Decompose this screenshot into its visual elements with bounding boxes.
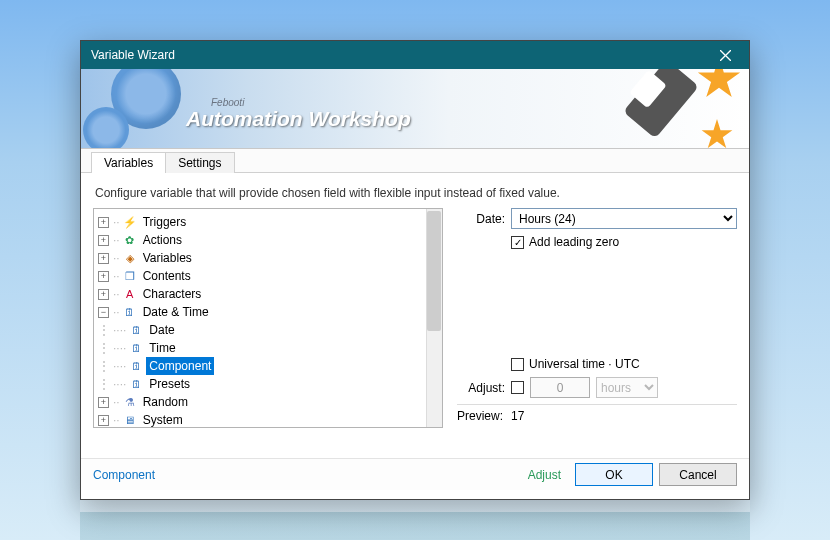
tree-item-date[interactable]: ⋮····🗓Date <box>96 321 440 339</box>
tab-variables[interactable]: Variables <box>91 152 166 173</box>
expand-icon[interactable]: + <box>98 235 109 246</box>
tree-item-system[interactable]: +··🖥System <box>96 411 440 427</box>
date-dropdown[interactable]: Hours (24) <box>511 208 737 229</box>
tree-item-triggers[interactable]: +··⚡Triggers <box>96 213 440 231</box>
tree-item-actions[interactable]: +··✿Actions <box>96 231 440 249</box>
calendar-icon: 🗓 <box>129 359 143 373</box>
close-icon <box>720 50 731 61</box>
calendar-icon: 🗓 <box>129 341 143 355</box>
expand-icon[interactable]: + <box>98 397 109 408</box>
utc-checkbox[interactable]: Universal time · UTC <box>511 357 737 371</box>
tree-item-presets[interactable]: ⋮····🗓Presets <box>96 375 440 393</box>
date-label: Date: <box>457 212 505 226</box>
adjust-checkbox[interactable] <box>511 381 524 394</box>
leading-zero-checkbox[interactable]: ✓ Add leading zero <box>511 235 737 249</box>
instruction-text: Configure variable that will provide cho… <box>95 186 735 200</box>
expand-icon[interactable]: + <box>98 253 109 264</box>
variable-tree[interactable]: +··⚡Triggers +··✿Actions +··◈Variables +… <box>94 209 442 427</box>
star-icon <box>701 119 733 149</box>
titlebar: Variable Wizard <box>81 41 749 69</box>
characters-icon: A <box>123 287 137 301</box>
flask-icon: ⚗ <box>123 395 137 409</box>
ok-button[interactable]: OK <box>575 463 653 486</box>
checkbox-icon: ✓ <box>511 236 524 249</box>
tree-item-characters[interactable]: +··ACharacters <box>96 285 440 303</box>
tab-settings[interactable]: Settings <box>165 152 234 173</box>
preview-value: 17 <box>511 409 524 423</box>
preview-label: Preview: <box>457 409 503 423</box>
adjust-spinner[interactable] <box>530 377 590 398</box>
properties-pane: Date: Hours (24) ✓ Add leading zero Univ… <box>457 208 737 428</box>
help-link[interactable]: Component <box>93 468 155 482</box>
calendar-icon: 🗓 <box>129 377 143 391</box>
utc-label: Universal time · UTC <box>529 357 640 371</box>
calendar-icon: 🗓 <box>123 305 137 319</box>
footer: Component Adjust OK Cancel <box>81 458 749 490</box>
calendar-icon: 🗓 <box>129 323 143 337</box>
tree-item-contents[interactable]: +··❐Contents <box>96 267 440 285</box>
adjust-label: Adjust: <box>457 381 505 395</box>
document-icon: ❐ <box>123 269 137 283</box>
content-area: Configure variable that will provide cho… <box>81 173 749 428</box>
scrollbar-thumb[interactable] <box>427 211 441 331</box>
dialog-window: Variable Wizard Febooti Automation Works… <box>80 40 750 500</box>
expand-icon[interactable]: + <box>98 271 109 282</box>
tabstrip: Variables Settings <box>81 149 749 173</box>
gear-icon <box>83 107 129 149</box>
expand-icon[interactable]: + <box>98 289 109 300</box>
tree-panel: +··⚡Triggers +··✿Actions +··◈Variables +… <box>93 208 443 428</box>
cancel-button[interactable]: Cancel <box>659 463 737 486</box>
banner-product: Automation Workshop <box>186 107 411 131</box>
banner: Febooti Automation Workshop <box>81 69 749 149</box>
leading-zero-label: Add leading zero <box>529 235 619 249</box>
adjust-link[interactable]: Adjust <box>528 468 561 482</box>
expand-icon[interactable]: + <box>98 415 109 426</box>
scrollbar[interactable] <box>426 209 442 427</box>
tree-item-time[interactable]: ⋮····🗓Time <box>96 339 440 357</box>
lightning-icon: ⚡ <box>123 215 137 229</box>
collapse-icon[interactable]: − <box>98 307 109 318</box>
tree-item-datetime[interactable]: −··🗓Date & Time <box>96 303 440 321</box>
window-title: Variable Wizard <box>91 48 175 62</box>
expand-icon[interactable]: + <box>98 217 109 228</box>
adjust-unit-dropdown[interactable]: hours <box>596 377 658 398</box>
checkbox-icon <box>511 358 524 371</box>
tree-item-component[interactable]: ⋮····🗓Component <box>96 357 440 375</box>
window-reflection <box>80 500 750 540</box>
close-button[interactable] <box>707 44 743 66</box>
pen-icon <box>614 71 704 145</box>
container-icon: ◈ <box>123 251 137 265</box>
tree-item-variables[interactable]: +··◈Variables <box>96 249 440 267</box>
tree-item-random[interactable]: +··⚗Random <box>96 393 440 411</box>
gear-icon: ✿ <box>123 233 137 247</box>
monitor-icon: 🖥 <box>123 413 137 427</box>
